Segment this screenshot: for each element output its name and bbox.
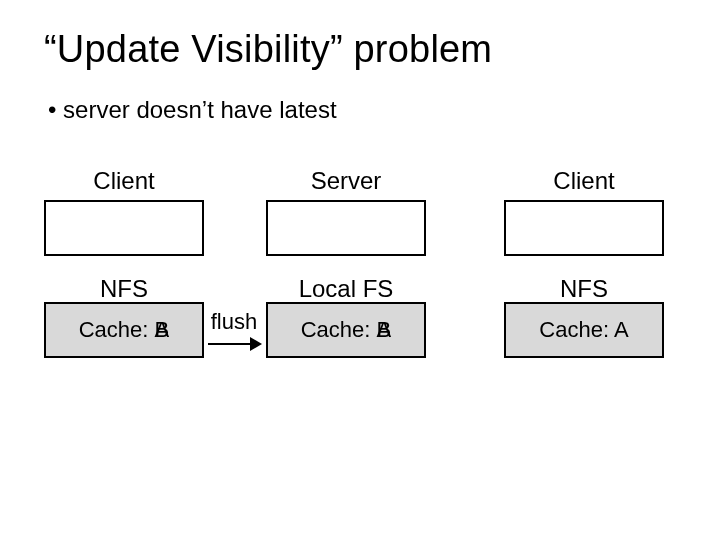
cache-prefix: Cache: [539, 317, 614, 342]
cache-prefix: Cache: [79, 317, 155, 342]
cache-value-overprint: AB [155, 318, 170, 342]
column-headers: Client Server Client [44, 168, 676, 194]
client-left-cache-box: Cache: AB [44, 302, 204, 358]
cache-box-row: Cache: AB flush Cache: AB Cache: A [44, 302, 676, 358]
cache-value-over: B [377, 318, 392, 342]
header-server: Server [266, 168, 426, 194]
client-right-fs-name: NFS [504, 276, 664, 302]
flush-arrow: flush [204, 309, 266, 351]
cache-prefix: Cache: [301, 317, 377, 342]
cache-value: A [614, 317, 629, 342]
cache-value-overprint: AB [377, 318, 392, 342]
header-client-right: Client [504, 168, 664, 194]
server-cache-box: Cache: AB [266, 302, 426, 358]
client-left-top-box [44, 200, 204, 256]
flush-label: flush [211, 309, 257, 335]
client-right-cache-box: Cache: A [504, 302, 664, 358]
client-left-fs-name: NFS [44, 276, 204, 302]
cache-value-over: B [155, 318, 170, 342]
cache-label-row: NFS Local FS NFS [44, 276, 676, 302]
server-top-box [266, 200, 426, 256]
cache-text: Cache: A [539, 318, 628, 342]
slide-title: “Update Visibility” problem [44, 28, 676, 72]
header-client-left: Client [44, 168, 204, 194]
bullet-server-lacks-latest: server doesn’t have latest [48, 96, 676, 124]
server-fs-name: Local FS [266, 276, 426, 302]
top-box-row [44, 200, 676, 256]
spacer [44, 256, 676, 276]
arrow-right-icon [208, 337, 262, 351]
slide: “Update Visibility” problem server doesn… [0, 0, 720, 540]
cache-text: Cache: AB [79, 318, 170, 342]
cache-text: Cache: AB [301, 318, 392, 342]
client-right-top-box [504, 200, 664, 256]
